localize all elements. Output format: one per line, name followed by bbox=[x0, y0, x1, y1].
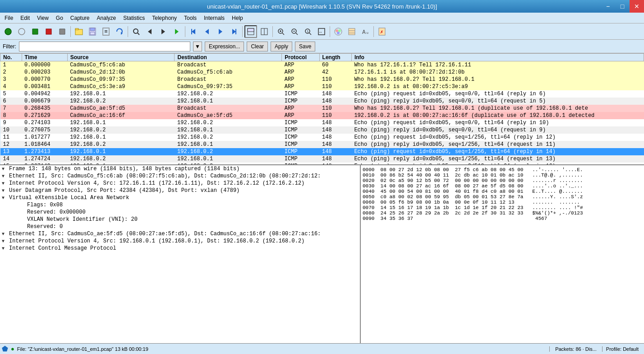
menu-help[interactable]: Help bbox=[229, 14, 246, 22]
main-content: No. Time Source Destination Protocol Len… bbox=[0, 53, 644, 343]
maximize-button[interactable]: □ bbox=[615, 0, 630, 13]
toolbar-restart-capture[interactable] bbox=[29, 25, 41, 38]
toolbar-colorize2[interactable] bbox=[345, 25, 358, 38]
packet-row[interactable]: 70.268435CadmusCo_ae:5f:d5BroadcastARP11… bbox=[0, 105, 644, 112]
col-time: Time bbox=[22, 54, 67, 61]
svg-rect-10 bbox=[103, 28, 109, 35]
menu-analyze[interactable]: Analyze bbox=[94, 14, 119, 22]
packet-row[interactable]: 90.274103192.168.0.1192.168.0.2ICMP148Ec… bbox=[0, 119, 644, 126]
toolbar-find[interactable] bbox=[130, 25, 143, 38]
toolbar-zoom-out[interactable] bbox=[288, 25, 301, 38]
toolbar-view-hex[interactable] bbox=[258, 25, 271, 38]
expand-icon: ▼ bbox=[2, 188, 9, 193]
col-proto: Protocol bbox=[282, 54, 319, 61]
packet-row[interactable]: 80.271629CadmusCo_ac:16:6fCadmusCo_ae:5f… bbox=[0, 112, 644, 119]
toolbar-zoom-fit[interactable]: ↔ bbox=[315, 25, 328, 38]
detail-text: User Datagram Protocol, Src Port: 42384 … bbox=[9, 187, 239, 194]
svg-text:↔: ↔ bbox=[319, 30, 322, 35]
packet-row[interactable]: 60.006679192.168.0.2192.168.0.1ICMP148Ec… bbox=[0, 98, 644, 105]
save-button[interactable]: Save bbox=[295, 42, 315, 51]
status-fish-icon: ⬟ bbox=[2, 345, 8, 353]
toolbar-sep-4 bbox=[242, 26, 243, 37]
packet-row[interactable]: 100.276075192.168.0.2192.168.0.1ICMP148E… bbox=[0, 126, 644, 134]
expression-button[interactable]: Expression... bbox=[205, 42, 244, 51]
svg-rect-9 bbox=[90, 32, 95, 35]
svg-point-43 bbox=[338, 29, 341, 32]
filter-dropdown[interactable]: ▼ bbox=[193, 42, 202, 51]
packet-row[interactable]: 50.004942192.168.0.1192.168.0.2ICMP148Ec… bbox=[0, 90, 644, 98]
detail-row[interactable]: ▼User Datagram Protocol, Src Port: 42384… bbox=[0, 187, 360, 194]
packet-row[interactable]: 20.000203CadmusCo_2d:12:0bCadmusCo_f5:c6… bbox=[0, 69, 644, 76]
minimize-button[interactable]: − bbox=[601, 0, 615, 13]
packet-row[interactable]: 141.274724192.168.0.2192.168.0.1ICMP148E… bbox=[0, 155, 644, 163]
toolbar-zoom-reset[interactable]: 1 bbox=[302, 25, 314, 38]
toolbar-last[interactable] bbox=[228, 25, 240, 38]
toolbar-capture-options[interactable] bbox=[56, 25, 69, 38]
detail-text: Frame 13: 148 bytes on wire (1184 bits),… bbox=[9, 166, 239, 172]
detail-row[interactable]: ▼Internet Protocol Version 4, Src: 172.1… bbox=[0, 180, 360, 187]
menu-statistics[interactable]: Statistics bbox=[120, 14, 147, 22]
packet-row[interactable]: 131.273413192.168.0.1192.168.0.2ICMP148E… bbox=[0, 148, 644, 155]
toolbar-resolve[interactable]: Aᵤ bbox=[359, 25, 372, 38]
packet-list: No. Time Source Destination Protocol Len… bbox=[0, 53, 644, 165]
detail-row[interactable]: ▼Frame 13: 148 bytes on wire (1184 bits)… bbox=[0, 165, 360, 172]
menu-tools[interactable]: Tools bbox=[181, 14, 199, 22]
svg-text:Aᵤ: Aᵤ bbox=[362, 29, 369, 36]
svg-rect-5 bbox=[75, 29, 83, 35]
menu-capture[interactable]: Capture bbox=[68, 14, 92, 22]
toolbar-close[interactable] bbox=[100, 25, 112, 38]
packet-row[interactable]: 30.000770CadmusCo_09:97:35BroadcastARP11… bbox=[0, 76, 644, 83]
apply-button[interactable]: Apply bbox=[271, 42, 292, 51]
clear-button[interactable]: Clear bbox=[247, 42, 268, 51]
packet-row[interactable]: 121.018464192.168.0.2192.168.0.1ICMP148E… bbox=[0, 141, 644, 148]
svg-point-0 bbox=[5, 28, 11, 35]
detail-text: Internet Protocol Version 4, Src: 192.16… bbox=[9, 238, 304, 244]
toolbar-find-next[interactable] bbox=[157, 25, 170, 38]
toolbar-prev[interactable] bbox=[201, 25, 213, 38]
svg-marker-23 bbox=[232, 29, 236, 34]
toolbar-save[interactable] bbox=[86, 25, 99, 38]
toolbar-next[interactable] bbox=[214, 25, 227, 38]
detail-text: Internet Protocol Version 4, Src: 172.16… bbox=[9, 180, 304, 186]
detail-row[interactable]: ▼Ethernet II, Src: CadmusCo_ae:5f:d5 (08… bbox=[0, 230, 360, 238]
toolbar-colorize[interactable] bbox=[332, 25, 345, 38]
close-button[interactable]: ✕ bbox=[630, 0, 644, 13]
toolbar-stop-capture[interactable] bbox=[15, 25, 28, 38]
toolbar-open[interactable] bbox=[73, 25, 85, 38]
detail-row[interactable]: ▼Ethernet II, Src: CadmusCo_f5:c6:ab (08… bbox=[0, 172, 360, 180]
toolbar: 1 ↔ Aᵤ ✗ bbox=[0, 23, 644, 40]
toolbar-stop[interactable] bbox=[42, 25, 55, 38]
svg-rect-26 bbox=[248, 28, 254, 32]
menu-file[interactable]: File bbox=[2, 14, 16, 22]
menu-telephony[interactable]: Telephony bbox=[149, 14, 179, 22]
toolbar-mark[interactable]: ✗ bbox=[376, 25, 388, 38]
detail-row[interactable]: ▼Internet Protocol Version 4, Src: 192.1… bbox=[0, 238, 360, 245]
toolbar-go-to[interactable] bbox=[170, 25, 183, 38]
toolbar-reload[interactable] bbox=[113, 25, 126, 38]
packet-row[interactable]: 40.003481CadmusCo_c5:3e:a9CadmusCo_09:97… bbox=[0, 83, 644, 90]
toolbar-zoom-in[interactable] bbox=[275, 25, 287, 38]
menu-internals[interactable]: Internals bbox=[201, 14, 227, 22]
detail-text: Ethernet II, Src: CadmusCo_f5:c6:ab (08:… bbox=[9, 173, 321, 179]
titlebar-controls: − □ ✕ bbox=[601, 0, 644, 13]
statusbar-packets: Packets: 86 · Dis... bbox=[549, 346, 603, 352]
expand-icon: ▼ bbox=[2, 181, 9, 186]
toolbar-find-prev[interactable] bbox=[143, 25, 156, 38]
detail-row[interactable]: ▼Internet Control Message Protocol bbox=[0, 245, 360, 252]
toolbar-view-normal[interactable] bbox=[244, 25, 257, 38]
menu-view[interactable]: View bbox=[34, 14, 51, 22]
svg-line-15 bbox=[138, 33, 139, 35]
packet-row[interactable]: 10.000000CadmusCo_f5:c6:abBroadcastARP60… bbox=[0, 61, 644, 69]
toolbar-start-capture[interactable] bbox=[2, 25, 14, 38]
expand-icon: ▼ bbox=[2, 232, 9, 237]
menu-go[interactable]: Go bbox=[53, 14, 66, 22]
detail-text: Flags: 0x08 bbox=[18, 202, 63, 208]
packet-row[interactable]: 111.017277192.168.0.1192.168.0.2ICMP148E… bbox=[0, 134, 644, 141]
filter-input[interactable] bbox=[19, 42, 190, 51]
svg-point-14 bbox=[133, 29, 138, 33]
svg-marker-21 bbox=[205, 29, 209, 34]
toolbar-first[interactable] bbox=[187, 25, 200, 38]
filterbar: Filter: ▼ Expression... Clear Apply Save bbox=[0, 40, 644, 53]
detail-row[interactable]: ▼Virtual eXtensible Local Area Network bbox=[0, 194, 360, 201]
menu-edit[interactable]: Edit bbox=[18, 14, 32, 22]
